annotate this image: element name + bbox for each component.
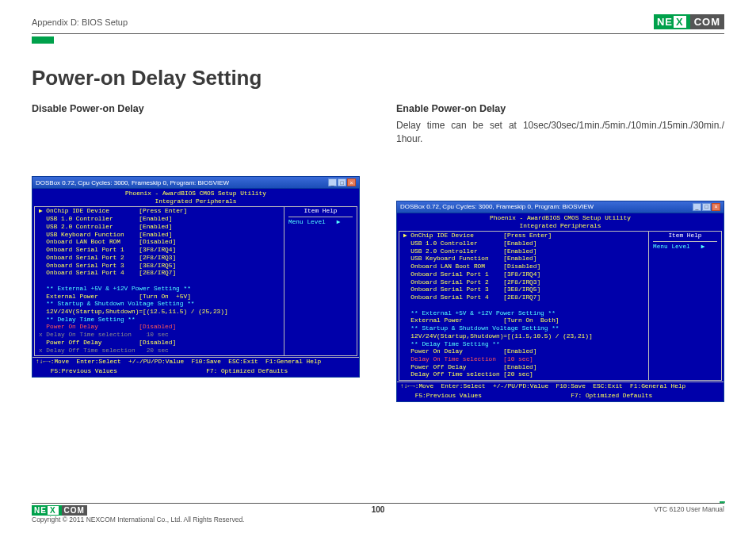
bios-line: Onboard Serial Port 4 [2E8/IRQ7] — [403, 294, 644, 302]
bios-line: Onboard Serial Port 1 [3F8/IRQ4] — [39, 247, 280, 255]
logo-x: X — [48, 506, 59, 515]
bios-line: Power Off Delay [Enabled] — [403, 364, 644, 372]
brand-logo-footer: NEXCOM — [32, 505, 87, 516]
bios-footer-2: F5:Previous Values F7: Optimized Default… — [397, 392, 724, 401]
help-title: Item Help — [653, 232, 717, 242]
minimize-icon: _ — [328, 178, 337, 186]
right-body: Delay time can be set at 10sec/30sec/1mi… — [396, 119, 724, 147]
bios-footer-2: F5:Previous Values F7: Optimized Default… — [32, 367, 359, 377]
bios-line: 12V/24V(Startup,Shutdown)=[(11.5,10.5) /… — [403, 333, 644, 341]
bios-line: Power Off Delay [Disabled] — [39, 339, 280, 347]
window-title: DOSBox 0.72, Cpu Cycles: 3000, Frameskip… — [400, 203, 594, 210]
right-column: Enable Power-on Delay Delay time can be … — [396, 103, 724, 402]
left-heading: Disable Power-on Delay — [32, 103, 360, 114]
bios-line: x Delay On Time selection 10 sec — [39, 332, 280, 339]
bios-line: ** Delay Time Setting ** — [39, 316, 280, 324]
bios-line: Onboard LAN Boot ROM [Disabled] — [39, 239, 280, 247]
bios-header-1: Phoenix - AwardBIOS CMOS Setup Utility — [32, 190, 359, 198]
bios-main-panel: ▶ OnChip IDE Device [Press Enter] USB 1.… — [35, 207, 284, 355]
bios-line: Onboard Serial Port 2 [2F8/IRQ3] — [39, 255, 280, 263]
bios-line: USB 2.0 Controller [Enabled] — [39, 224, 280, 232]
bios-line: x Delay Off Time selection 20 sec — [39, 347, 280, 355]
window-titlebar: DOSBox 0.72, Cpu Cycles: 3000, Frameskip… — [396, 201, 724, 213]
bios-line: External Power [Turn On Both] — [403, 317, 644, 325]
bios-line: ▶ OnChip IDE Device [Press Enter] — [403, 232, 644, 240]
help-title: Item Help — [288, 208, 353, 217]
bios-main-panel: ▶ OnChip IDE Device [Press Enter] USB 1.… — [399, 232, 648, 380]
bios-line: Delay On Time selection [10 sec] — [403, 356, 644, 364]
bios-line: Onboard Serial Port 1 [3F8/IRQ4] — [403, 271, 644, 279]
close-icon: × — [347, 178, 356, 186]
menu-level: Menu Level ▶ — [288, 219, 353, 227]
bios-line: USB 1.0 Controller [Enabled] — [39, 216, 280, 224]
left-column: Disable Power-on Delay DOSBox 0.72, Cpu … — [32, 103, 360, 402]
bios-line: ** Delay Time Setting ** — [403, 341, 644, 349]
bios-line: USB Keyboard Function [Enabled] — [39, 232, 280, 240]
bios-line: Power On Delay [Disabled] — [39, 324, 280, 332]
bios-line: Onboard Serial Port 4 [2E8/IRQ7] — [39, 270, 280, 278]
logo-ne: NE — [657, 16, 673, 28]
page-title: Power-on Delay Setting — [32, 66, 724, 90]
bios-line: ** External +5V & +12V Power Setting ** — [39, 286, 280, 293]
window-title: DOSBox 0.72, Cpu Cycles: 3000, Frameskip… — [36, 179, 229, 186]
bios-line — [39, 278, 280, 286]
bios-line: Onboard LAN Boot ROM [Disabled] — [403, 263, 644, 271]
bios-line: Onboard Serial Port 3 [3E8/IRQ5] — [39, 263, 280, 270]
appendix-label: Appendix D: BIOS Setup — [32, 17, 128, 27]
bios-line: ** Startup & Shutdown Voltage Setting ** — [39, 301, 280, 309]
bios-help-panel: Item Help Menu Level ▶ — [648, 232, 721, 380]
logo-x: X — [674, 16, 686, 28]
bios-line: ** External +5V & +12V Power Setting ** — [403, 310, 644, 318]
bios-line: Power On Delay [Enabled] — [403, 348, 644, 356]
logo-com: COM — [690, 14, 724, 29]
menu-level: Menu Level ▶ — [653, 243, 717, 251]
bios-line: 12V/24V(Startup,Shutdown)=[(12.5,11.5) /… — [39, 309, 280, 316]
bios-screenshot-right: DOSBox 0.72, Cpu Cycles: 3000, Frameskip… — [396, 201, 724, 402]
bios-help-panel: Item Help Menu Level ▶ — [284, 207, 357, 355]
page-number: 100 — [372, 505, 385, 514]
maximize-icon: □ — [338, 178, 346, 186]
manual-name: VTC 6120 User Manual — [654, 505, 724, 513]
bios-line: USB Keyboard Function [Enabled] — [403, 255, 644, 263]
bios-line — [403, 302, 644, 310]
bios-screenshot-left: DOSBox 0.72, Cpu Cycles: 3000, Frameskip… — [32, 176, 360, 378]
right-heading: Enable Power-on Delay — [396, 103, 724, 114]
header-divider — [32, 33, 724, 34]
bios-line: ** Startup & Shutdown Voltage Setting ** — [403, 325, 644, 333]
bios-header-2: Integrated Peripherals — [397, 223, 724, 231]
green-tab-icon — [32, 36, 54, 44]
bios-line: Onboard Serial Port 3 [3E8/IRQ5] — [403, 286, 644, 294]
bios-line: Onboard Serial Port 2 [2F8/IRQ3] — [403, 279, 644, 287]
logo-ne: NE — [34, 506, 47, 515]
bios-line: USB 1.0 Controller [Enabled] — [403, 240, 644, 248]
close-icon: × — [712, 203, 720, 211]
bios-footer-1: ↑↓←→:Move Enter:Select +/-/PU/PD:Value F… — [397, 382, 724, 392]
bios-line: ▶ OnChip IDE Device [Press Enter] — [39, 208, 280, 216]
minimize-icon: _ — [693, 203, 701, 211]
bios-line: External Power [Turn On +5V] — [39, 293, 280, 301]
bios-footer-1: ↑↓←→:Move Enter:Select +/-/PU/PD:Value F… — [32, 357, 359, 367]
bios-header-2: Integrated Peripherals — [32, 198, 359, 206]
brand-logo: NEXCOM — [654, 14, 724, 29]
logo-com: COM — [62, 505, 87, 516]
footer-divider — [32, 503, 724, 504]
maximize-icon: □ — [702, 203, 711, 211]
window-titlebar: DOSBox 0.72, Cpu Cycles: 3000, Frameskip… — [32, 176, 360, 189]
bios-line: USB 2.0 Controller [Enabled] — [403, 248, 644, 256]
bios-header-1: Phoenix - AwardBIOS CMOS Setup Utility — [397, 215, 724, 223]
copyright: Copyright © 2011 NEXCOM International Co… — [32, 516, 244, 523]
bios-line: Delay Off Time selection [20 sec] — [403, 371, 644, 379]
